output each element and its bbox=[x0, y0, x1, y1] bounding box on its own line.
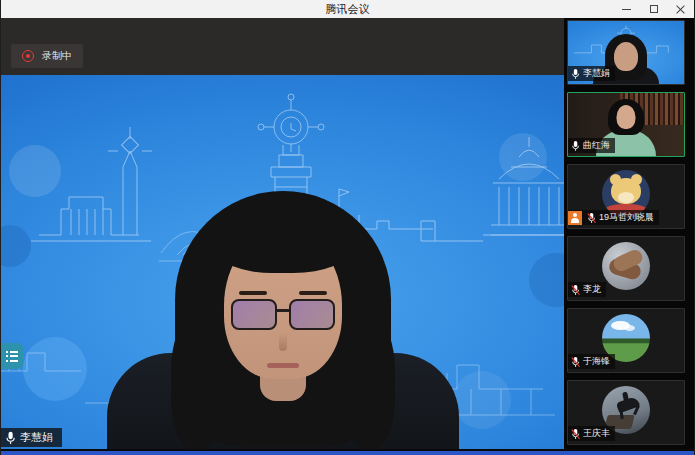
avatar-detail bbox=[622, 392, 629, 402]
participant-tile-lilong[interactable]: 李龙 bbox=[567, 236, 685, 301]
participant-name-label: 于海锋 bbox=[568, 354, 615, 369]
meeting-window: 腾讯会议 录制中 bbox=[0, 0, 695, 455]
participant-tile-yuhaifeng[interactable]: 于海锋 bbox=[567, 308, 685, 373]
participant-name: 王庆丰 bbox=[583, 427, 610, 440]
bottom-blue-strip bbox=[1, 451, 694, 455]
participant-name: 19马哲刘晓晨 bbox=[599, 211, 654, 224]
avatar-detail bbox=[618, 192, 634, 203]
speaker-nose bbox=[279, 333, 287, 351]
maximize-icon bbox=[650, 5, 658, 13]
avatar-detail bbox=[624, 325, 635, 331]
window-controls bbox=[613, 0, 694, 18]
member-icon bbox=[568, 211, 582, 225]
list-icon bbox=[6, 351, 18, 362]
recording-indicator: 录制中 bbox=[11, 44, 83, 68]
speaker-name: 李慧娟 bbox=[20, 430, 53, 445]
glasses-bridge bbox=[277, 309, 289, 312]
speaker-hair-strand bbox=[171, 319, 223, 449]
participant-name: 李慧娟 bbox=[583, 67, 610, 80]
participant-name-label: 王庆丰 bbox=[568, 426, 615, 441]
participant-name: 李龙 bbox=[583, 283, 601, 296]
speaker-hair-strand bbox=[343, 319, 395, 449]
glasses-lens bbox=[231, 299, 277, 330]
main-video: 李慧娟 bbox=[1, 75, 564, 449]
main-stage: 录制中 bbox=[1, 18, 564, 449]
mic-on-icon bbox=[571, 140, 580, 152]
speaker-fringe bbox=[217, 219, 349, 273]
participant-name-label: 李慧娟 bbox=[568, 66, 615, 81]
participant-name-label: 李龙 bbox=[568, 282, 606, 297]
participant-name: 于海锋 bbox=[583, 355, 610, 368]
participant-name-label: 曲红海 bbox=[568, 138, 615, 153]
main-speaker-video bbox=[98, 191, 468, 449]
mic-muted-icon bbox=[587, 212, 596, 224]
titlebar: 腾讯会议 bbox=[1, 0, 694, 18]
participant-face bbox=[617, 105, 636, 129]
mic-on-icon bbox=[571, 68, 580, 80]
participant-tile-liuxiaochen[interactable]: 19马哲刘晓晨 bbox=[567, 164, 685, 229]
close-button[interactable] bbox=[667, 0, 694, 18]
mic-muted-icon bbox=[571, 356, 580, 368]
mic-on-icon bbox=[5, 431, 16, 445]
maximize-button[interactable] bbox=[640, 0, 667, 18]
record-dot-icon bbox=[22, 50, 34, 62]
recording-label: 录制中 bbox=[42, 49, 72, 63]
mic-muted-icon bbox=[571, 428, 580, 440]
mic-muted-icon bbox=[571, 284, 580, 296]
glasses-lens bbox=[289, 299, 335, 330]
minimize-icon bbox=[622, 9, 631, 10]
window-title: 腾讯会议 bbox=[1, 0, 694, 18]
app-body: 录制中 bbox=[1, 18, 694, 449]
minimize-button[interactable] bbox=[613, 0, 640, 18]
clasped-hands-avatar bbox=[602, 242, 650, 290]
participant-tile-quhonghai[interactable]: 曲红海 bbox=[567, 92, 685, 157]
speaker-name-label: 李慧娟 bbox=[1, 428, 62, 447]
participant-name: 曲红海 bbox=[583, 139, 610, 152]
speaker-eyebrow bbox=[299, 291, 327, 295]
panel-toggle-button[interactable] bbox=[1, 343, 23, 369]
speaker-eyebrow bbox=[239, 291, 267, 295]
close-icon bbox=[676, 5, 685, 14]
participant-tile-wangqingfeng[interactable]: 王庆丰 bbox=[567, 380, 685, 445]
participant-tile-lihuijuan[interactable]: 李慧娟 bbox=[567, 20, 685, 85]
participant-name-label: 19马哲刘晓晨 bbox=[568, 210, 659, 225]
stage-topbar: 录制中 bbox=[1, 18, 564, 75]
speaker-mouth bbox=[267, 363, 299, 368]
participants-sidebar: 李慧娟 曲红海 bbox=[564, 18, 694, 449]
mini-speaker-face bbox=[614, 42, 638, 71]
